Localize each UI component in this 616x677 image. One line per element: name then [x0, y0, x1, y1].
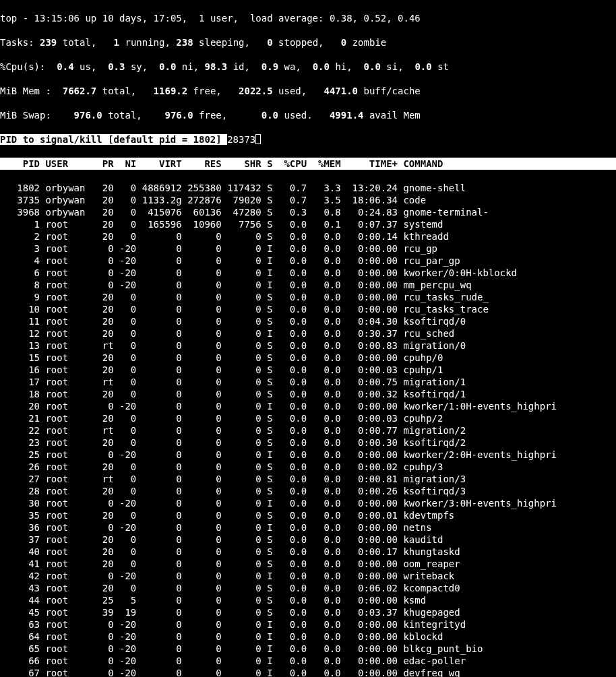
- summary-line-1: top - 13:15:06 up 10 days, 17:05, 1 user…: [0, 12, 616, 24]
- process-table-body: 1802 orbywan 20 0 4886912 255380 117432 …: [0, 182, 616, 677]
- process-row: 15 root 20 0 0 0 0 S 0.0 0.0 0:00.00 cpu…: [0, 352, 616, 364]
- process-row: 43 root 20 0 0 0 0 S 0.0 0.0 0:06.02 kco…: [0, 582, 616, 594]
- process-row: 64 root 0 -20 0 0 0 I 0.0 0.0 0:00.00 kb…: [0, 631, 616, 643]
- kill-prompt-line[interactable]: PID to signal/kill [default pid = 1802] …: [0, 133, 616, 146]
- process-row: 40 root 20 0 0 0 0 S 0.0 0.0 0:00.17 khu…: [0, 546, 616, 558]
- kill-prompt-input[interactable]: 28373: [227, 134, 255, 145]
- process-row: 17 root rt 0 0 0 0 S 0.0 0.0 0:00.75 mig…: [0, 376, 616, 388]
- process-row: 3968 orbywan 20 0 415076 60136 47280 S 0…: [0, 206, 616, 218]
- process-row: 2 root 20 0 0 0 0 S 0.0 0.0 0:00.14 kthr…: [0, 230, 616, 243]
- process-row: 3735 orbywan 20 0 1133.2g 272876 79020 S…: [0, 194, 616, 206]
- process-row: 65 root 0 -20 0 0 0 I 0.0 0.0 0:00.00 bl…: [0, 643, 616, 655]
- process-table-header: PID USER PR NI VIRT RES SHR S %CPU %MEM …: [0, 158, 616, 170]
- process-row: 37 root 20 0 0 0 0 S 0.0 0.0 0:00.00 kau…: [0, 534, 616, 546]
- summary-mem: MiB Mem : 7662.7 total, 1169.2 free, 202…: [0, 85, 616, 97]
- process-row: 1 root 20 0 165596 10960 7756 S 0.0 0.1 …: [0, 218, 616, 230]
- process-row: 63 root 0 -20 0 0 0 I 0.0 0.0 0:00.00 ki…: [0, 618, 616, 631]
- process-row: 23 root 20 0 0 0 0 S 0.0 0.0 0:00.30 kso…: [0, 437, 616, 449]
- process-row: 20 root 0 -20 0 0 0 I 0.0 0.0 0:00.00 kw…: [0, 400, 616, 412]
- summary-cpu: %Cpu(s): 0.4 us, 0.3 sy, 0.0 ni, 98.3 id…: [0, 61, 616, 73]
- process-row: 12 root 20 0 0 0 0 I 0.0 0.0 0:30.37 rcu…: [0, 327, 616, 340]
- kill-prompt-label: PID to signal/kill [default pid = 1802]: [0, 134, 227, 145]
- process-row: 21 root 20 0 0 0 0 S 0.0 0.0 0:00.03 cpu…: [0, 412, 616, 424]
- process-row: 9 root 20 0 0 0 0 S 0.0 0.0 0:00.00 rcu_…: [0, 291, 616, 303]
- process-row: 8 root 0 -20 0 0 0 I 0.0 0.0 0:00.00 mm_…: [0, 279, 616, 291]
- process-row: 27 root rt 0 0 0 0 S 0.0 0.0 0:00.81 mig…: [0, 473, 616, 485]
- process-row: 67 root 0 -20 0 0 0 I 0.0 0.0 0:00.00 de…: [0, 667, 616, 677]
- process-row: 11 root 20 0 0 0 0 S 0.0 0.0 0:04.30 kso…: [0, 315, 616, 327]
- process-row: 10 root 20 0 0 0 0 S 0.0 0.0 0:00.00 rcu…: [0, 303, 616, 315]
- process-row: 28 root 20 0 0 0 0 S 0.0 0.0 0:00.26 kso…: [0, 485, 616, 497]
- process-row: 45 root 39 19 0 0 0 S 0.0 0.0 0:03.37 kh…: [0, 606, 616, 618]
- process-row: 6 root 0 -20 0 0 0 I 0.0 0.0 0:00.00 kwo…: [0, 267, 616, 279]
- process-row: 42 root 0 -20 0 0 0 I 0.0 0.0 0:00.00 wr…: [0, 570, 616, 582]
- process-row: 66 root 0 -20 0 0 0 I 0.0 0.0 0:00.00 ed…: [0, 655, 616, 667]
- process-row: 35 root 20 0 0 0 0 S 0.0 0.0 0:00.01 kde…: [0, 509, 616, 521]
- process-row: 4 root 0 -20 0 0 0 I 0.0 0.0 0:00.00 rcu…: [0, 255, 616, 267]
- process-row: 13 root rt 0 0 0 0 S 0.0 0.0 0:00.83 mig…: [0, 340, 616, 352]
- process-row: 36 root 0 -20 0 0 0 I 0.0 0.0 0:00.00 ne…: [0, 521, 616, 534]
- terminal-top-output: top - 13:15:06 up 10 days, 17:05, 1 user…: [0, 0, 616, 677]
- summary-tasks: Tasks: 239 total, 1 running, 238 sleepin…: [0, 36, 616, 49]
- process-row: 41 root 20 0 0 0 0 S 0.0 0.0 0:00.00 oom…: [0, 558, 616, 570]
- cursor-icon: [255, 134, 261, 144]
- process-row: 1802 orbywan 20 0 4886912 255380 117432 …: [0, 182, 616, 194]
- process-row: 25 root 0 -20 0 0 0 I 0.0 0.0 0:00.00 kw…: [0, 449, 616, 461]
- process-row: 44 root 25 5 0 0 0 S 0.0 0.0 0:00.00 ksm…: [0, 594, 616, 606]
- process-row: 26 root 20 0 0 0 0 S 0.0 0.0 0:00.02 cpu…: [0, 461, 616, 473]
- process-row: 3 root 0 -20 0 0 0 I 0.0 0.0 0:00.00 rcu…: [0, 243, 616, 255]
- process-row: 16 root 20 0 0 0 0 S 0.0 0.0 0:00.03 cpu…: [0, 364, 616, 376]
- process-row: 30 root 0 -20 0 0 0 I 0.0 0.0 0:00.00 kw…: [0, 497, 616, 509]
- process-row: 18 root 20 0 0 0 0 S 0.0 0.0 0:00.32 kso…: [0, 388, 616, 400]
- summary-swap: MiB Swap: 976.0 total, 976.0 free, 0.0 u…: [0, 109, 616, 121]
- process-row: 22 root rt 0 0 0 0 S 0.0 0.0 0:00.77 mig…: [0, 424, 616, 437]
